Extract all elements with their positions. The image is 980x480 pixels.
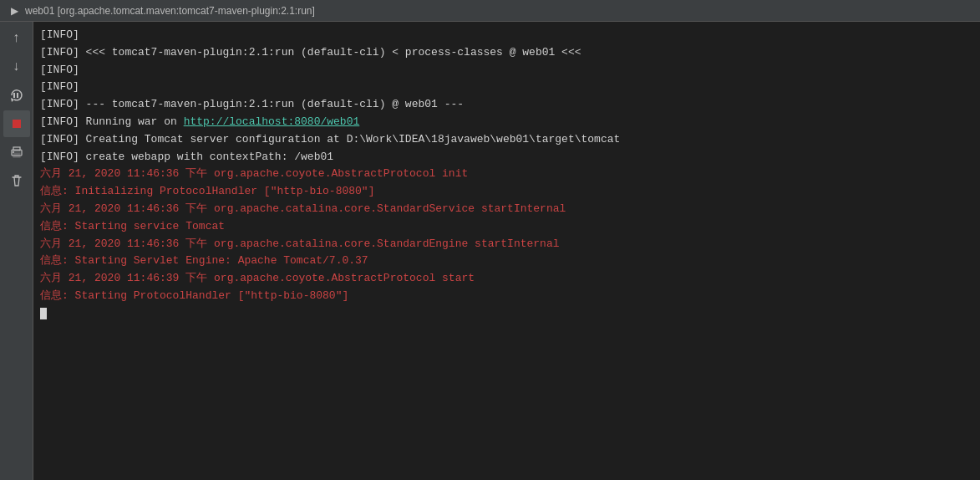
- title-bar-text: web01 [org.apache.tomcat.maven:tomcat7-m…: [25, 5, 315, 17]
- print-button[interactable]: [3, 139, 30, 166]
- log-line: 六月 21, 2020 11:46:36 下午 org.apache.coyot…: [40, 166, 973, 183]
- stop-button[interactable]: [3, 110, 30, 137]
- log-line: 六月 21, 2020 11:46:36 下午 org.apache.catal…: [40, 201, 973, 218]
- svg-rect-6: [13, 153, 20, 157]
- main-container: ↑ ↓: [0, 22, 980, 480]
- log-line: [INFO]: [40, 79, 973, 96]
- svg-rect-1: [13, 93, 15, 98]
- log-line: [INFO] Creating Tomcat server configurat…: [40, 131, 973, 149]
- log-line: 六月 21, 2020 11:46:39 下午 org.apache.coyot…: [40, 270, 973, 288]
- cursor: [40, 308, 47, 319]
- svg-rect-3: [13, 120, 21, 128]
- localhost-link[interactable]: http://localhost:8080/web01: [184, 115, 360, 128]
- log-line: [INFO] Running war on http://localhost:8…: [40, 114, 973, 131]
- scroll-up-button[interactable]: ↑: [3, 25, 30, 52]
- log-line: 信息: Starting ProtocolHandler ["http-bio-…: [40, 288, 973, 305]
- clear-button[interactable]: [3, 167, 30, 194]
- log-line: [INFO] --- tomcat7-maven-plugin:2.1:run …: [40, 96, 973, 114]
- log-line: 信息: Starting Servlet Engine: Apache Tomc…: [40, 253, 973, 270]
- svg-marker-0: [11, 98, 14, 102]
- log-line: 信息: Initializing ProtocolHandler ["http-…: [40, 183, 973, 201]
- svg-rect-2: [17, 93, 18, 98]
- log-line: [INFO]: [40, 62, 973, 79]
- run-icon: ▶: [8, 5, 20, 17]
- log-line: [INFO]: [40, 27, 973, 44]
- title-bar: ▶ web01 [org.apache.tomcat.maven:tomcat7…: [0, 0, 980, 22]
- rerun-button[interactable]: [3, 82, 30, 109]
- log-line: 六月 21, 2020 11:46:36 下午 org.apache.catal…: [40, 236, 973, 253]
- log-line: [INFO] <<< tomcat7-maven-plugin:2.1:run …: [40, 44, 973, 62]
- console-output[interactable]: [INFO] [INFO] <<< tomcat7-maven-plugin:2…: [33, 22, 980, 480]
- scroll-down-button[interactable]: ↓: [3, 54, 30, 80]
- log-line: [40, 305, 973, 323]
- log-line: [INFO] create webapp with contextPath: /…: [40, 149, 973, 166]
- log-line: 信息: Starting service Tomcat: [40, 218, 973, 236]
- sidebar: ↑ ↓: [0, 22, 33, 480]
- svg-point-7: [13, 151, 14, 153]
